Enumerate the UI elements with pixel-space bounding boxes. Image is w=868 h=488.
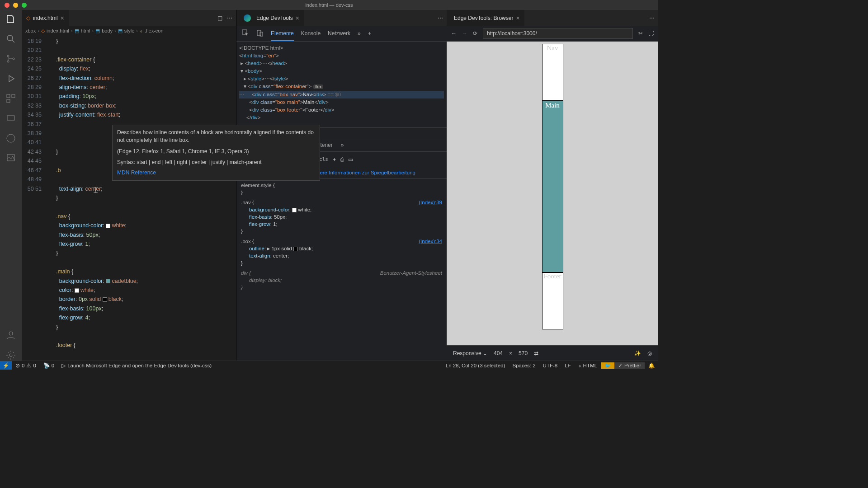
- screenshot-icon[interactable]: ✂: [638, 30, 643, 37]
- debug-icon[interactable]: [5, 73, 16, 84]
- svg-point-11: [9, 332, 13, 335]
- expand-icon[interactable]: ⛶: [648, 30, 654, 37]
- more-icon[interactable]: ⋯: [227, 15, 232, 21]
- close-icon[interactable]: ×: [296, 14, 299, 22]
- more-icon[interactable]: ⋯: [438, 15, 443, 21]
- edge-icon[interactable]: [5, 133, 16, 144]
- svg-point-2: [7, 55, 9, 57]
- svg-rect-14: [257, 30, 261, 36]
- git-icon[interactable]: [5, 53, 16, 64]
- images-icon[interactable]: [5, 153, 16, 164]
- source-link[interactable]: (Index):34: [419, 238, 442, 245]
- svg-point-3: [7, 61, 9, 62]
- target-icon[interactable]: ◎: [647, 350, 652, 357]
- indent[interactable]: Spaces: 2: [509, 362, 539, 369]
- editor-tabs: ◇ index.html × ◫ ⋯: [22, 10, 236, 26]
- forward-icon[interactable]: →: [462, 30, 467, 37]
- close-window[interactable]: [5, 3, 9, 8]
- svg-rect-6: [12, 94, 15, 98]
- responsive-dropdown[interactable]: Responsive ⌄: [453, 350, 487, 357]
- overflow-icon[interactable]: »: [341, 142, 344, 148]
- titlebar: index.html — dev-css: [0, 0, 658, 10]
- preview-nav: Nav: [542, 44, 563, 101]
- minimize-window[interactable]: [13, 3, 18, 8]
- window-title: index.html — dev-css: [305, 2, 353, 8]
- bell-icon[interactable]: 🔔: [645, 362, 658, 369]
- tweet-icon[interactable]: 🐦: [601, 362, 614, 369]
- devtools-tabs: Edge DevTools × ⋯: [236, 10, 447, 26]
- reload-icon[interactable]: ⟳: [473, 30, 477, 37]
- preview-main: Main: [542, 101, 563, 272]
- browser-tabs: Edge DevTools: Browser × ⋯: [447, 10, 658, 26]
- remote-indicator[interactable]: ⚡: [0, 361, 12, 370]
- print-icon[interactable]: ⎙: [340, 156, 344, 163]
- preview-footer: Footer: [542, 272, 563, 329]
- extensions-icon[interactable]: [5, 93, 16, 104]
- hover-tooltip: Describes how inline contents of a block…: [112, 125, 320, 181]
- html-file-icon: ◇: [26, 15, 30, 21]
- styles-panel[interactable]: element.style {} (Index):39 .nav { backg…: [236, 179, 447, 361]
- mirror-info-link[interactable]: Weitere Informationen zur Spiegelbearbei…: [310, 170, 415, 175]
- inspect-icon[interactable]: [242, 29, 249, 38]
- pane-icon[interactable]: ▭: [348, 156, 353, 163]
- port[interactable]: 📡 0: [40, 362, 58, 369]
- tab-label: index.html: [33, 15, 58, 21]
- browser-preview: Nav Main Footer: [447, 42, 658, 345]
- width-value[interactable]: 404: [494, 350, 503, 357]
- rotate-icon[interactable]: ⇄: [534, 350, 538, 357]
- dom-tree[interactable]: <!DOCTYPE html> <html lang="en"> ▸ <head…: [236, 42, 447, 127]
- svg-point-9: [7, 134, 15, 142]
- tab-browser[interactable]: Edge DevTools: Browser ×: [447, 10, 524, 26]
- elements-tab[interactable]: Elemente: [271, 30, 294, 41]
- svg-point-0: [7, 35, 13, 41]
- debug-launch[interactable]: ▷ Launch Microsoft Edge and open the Edg…: [58, 362, 215, 369]
- tab-index-html[interactable]: ◇ index.html ×: [22, 10, 69, 26]
- language[interactable]: ⬨ HTML: [575, 362, 601, 369]
- svg-line-1: [12, 40, 14, 42]
- status-bar: ⚡ ⊘ 0 ⚠ 0 📡 0 ▷ Launch Microsoft Edge an…: [0, 361, 658, 370]
- device-icon[interactable]: [256, 29, 264, 38]
- maximize-window[interactable]: [22, 3, 27, 8]
- console-tab[interactable]: Konsole: [301, 30, 321, 37]
- add-rule-icon[interactable]: +: [333, 156, 336, 163]
- svg-point-12: [9, 354, 12, 357]
- url-input[interactable]: [483, 28, 633, 39]
- svg-rect-5: [7, 94, 10, 98]
- split-editor-icon[interactable]: ◫: [217, 15, 222, 21]
- remote-icon[interactable]: [5, 113, 16, 124]
- more-icon[interactable]: ⋯: [649, 15, 655, 21]
- activity-bar: [0, 10, 22, 361]
- responsive-bar: Responsive ⌄ 404 × 570 ⇄ ✨ ◎: [447, 345, 658, 361]
- eol[interactable]: LF: [561, 362, 574, 369]
- account-icon[interactable]: [5, 330, 16, 341]
- search-icon[interactable]: [5, 33, 16, 44]
- close-icon[interactable]: ×: [516, 14, 519, 22]
- devtools-toolbar: Elemente Konsole Netzwerk » +: [236, 26, 447, 42]
- svg-point-4: [13, 58, 14, 60]
- code-editor[interactable]: 18 19 20 21 22 23 24 25 26 27 28 29 30 3…: [22, 36, 236, 361]
- height-value[interactable]: 570: [519, 350, 528, 357]
- encoding[interactable]: UTF-8: [539, 362, 561, 369]
- svg-rect-8: [7, 116, 14, 120]
- svg-rect-7: [7, 99, 10, 103]
- back-icon[interactable]: ←: [451, 30, 457, 37]
- prettier[interactable]: ✓ Prettier: [614, 362, 645, 369]
- problems[interactable]: ⊘ 0 ⚠ 0: [12, 362, 40, 369]
- cursor-position[interactable]: Ln 28, Col 20 (3 selected): [442, 362, 509, 369]
- breadcrumb[interactable]: xbox› ◇index.html› ⬒html› ⬒body› ⬒style›…: [22, 26, 236, 36]
- mdn-link[interactable]: MDN Reference: [117, 169, 315, 177]
- close-icon[interactable]: ×: [61, 14, 64, 22]
- edge-logo-icon: [244, 14, 251, 22]
- url-bar: ← → ⟳ ✂ ⛶: [447, 26, 658, 42]
- wand-icon[interactable]: ✨: [634, 350, 641, 357]
- line-gutter: 18 19 20 21 22 23 24 25 26 27 28 29 30 3…: [22, 36, 50, 361]
- overflow-icon[interactable]: »: [358, 30, 361, 37]
- explorer-icon[interactable]: [5, 14, 16, 24]
- settings-icon[interactable]: [5, 350, 16, 361]
- tab-edge-devtools[interactable]: Edge DevTools ×: [236, 10, 304, 26]
- source-link[interactable]: (Index):39: [419, 199, 442, 206]
- network-tab[interactable]: Netzwerk: [328, 30, 350, 37]
- add-tab-icon[interactable]: +: [368, 30, 371, 37]
